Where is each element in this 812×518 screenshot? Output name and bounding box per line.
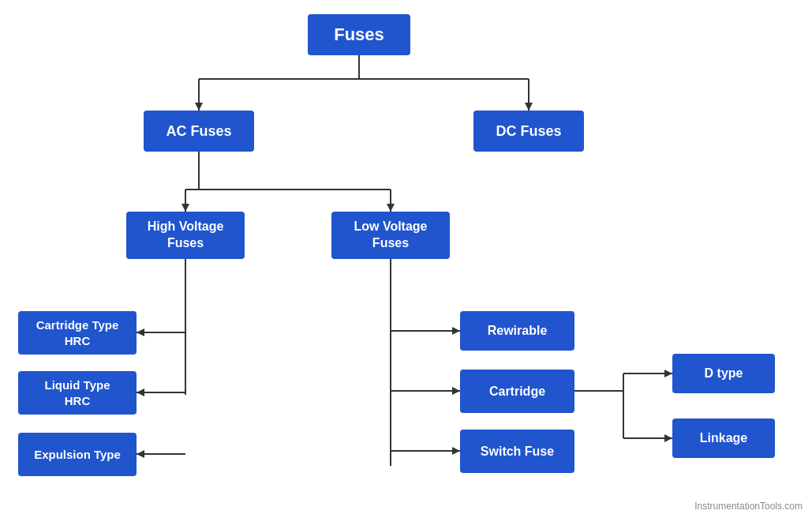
node-fuses: Fuses xyxy=(308,14,410,55)
svg-marker-33 xyxy=(664,434,672,442)
node-liquid-hrc: Liquid TypeHRC xyxy=(18,371,137,415)
node-hv-fuses: High VoltageFuses xyxy=(126,212,245,259)
svg-marker-27 xyxy=(452,447,460,455)
node-rewirable: Rewirable xyxy=(460,311,574,351)
node-lv-fuses: Low VoltageFuses xyxy=(331,212,450,259)
node-ac-fuses: AC Fuses xyxy=(144,111,254,152)
node-d-type: D type xyxy=(672,354,775,393)
svg-marker-18 xyxy=(137,388,144,396)
node-cartridge-hrc: Cartridge TypeHRC xyxy=(18,311,137,355)
svg-marker-23 xyxy=(452,327,460,335)
node-switch-fuse: Switch Fuse xyxy=(460,430,574,473)
svg-marker-16 xyxy=(137,328,144,336)
node-linkage: Linkage xyxy=(672,419,775,458)
svg-marker-20 xyxy=(137,450,144,458)
watermark: InstrumentationTools.com xyxy=(694,501,803,512)
node-expulsion: Expulsion Type xyxy=(18,433,137,476)
svg-marker-31 xyxy=(664,370,672,377)
svg-marker-6 xyxy=(525,103,533,111)
diagram: Fuses AC Fuses DC Fuses High VoltageFuse… xyxy=(0,0,812,518)
svg-marker-10 xyxy=(181,204,189,212)
svg-marker-13 xyxy=(387,204,395,212)
node-cartridge: Cartridge xyxy=(460,370,574,413)
svg-marker-25 xyxy=(452,387,460,395)
svg-marker-3 xyxy=(195,103,203,111)
node-dc-fuses: DC Fuses xyxy=(473,111,584,152)
